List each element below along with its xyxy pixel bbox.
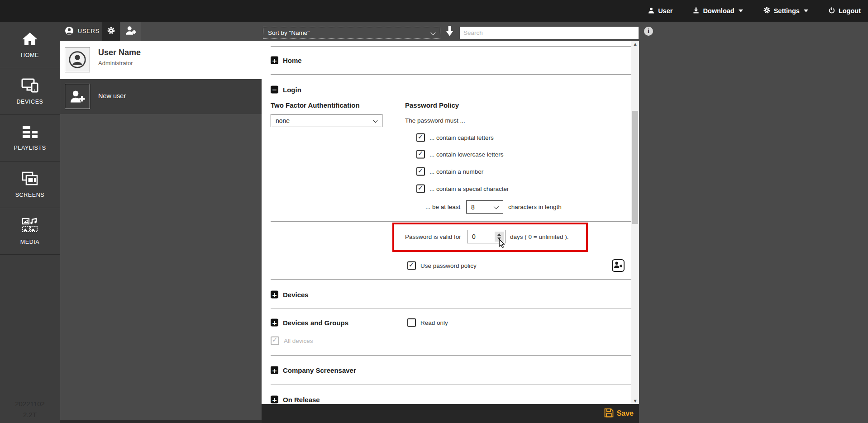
spin-up-icon: [497, 233, 501, 236]
power-icon: [828, 7, 835, 15]
sidebar-item-home[interactable]: HOME: [0, 22, 60, 68]
password-policy-intro: The password must ...: [405, 117, 465, 124]
length-suffix: characters in length: [508, 204, 562, 210]
new-user-list-item[interactable]: New user: [60, 79, 262, 114]
remove-user-button[interactable]: [612, 259, 625, 272]
panel-bottom-edge: [60, 420, 262, 423]
valid-days-suffix: days ( 0 = unlimited ).: [510, 233, 568, 240]
download-icon: [692, 7, 700, 15]
background-area: [639, 41, 868, 423]
divider: [271, 250, 636, 250]
sidebar-item-screens[interactable]: SCREENS: [0, 162, 60, 208]
info-icon[interactable]: i: [644, 27, 653, 36]
sidebar-item-devices[interactable]: DEVICES: [0, 68, 60, 115]
topbar-logout-button[interactable]: Logout: [828, 7, 861, 15]
users-toolbar: USERS Sort by "Name" i: [60, 22, 868, 41]
gear-icon: [763, 6, 771, 15]
user-plus-icon: [125, 26, 136, 37]
capital-letters-label: ... contain capital letters: [429, 134, 494, 141]
topbar-user-label: User: [658, 7, 672, 14]
section-login[interactable]: Login: [271, 86, 301, 94]
expand-icon: [271, 366, 278, 374]
divider: [271, 385, 636, 385]
scrollbar-thumb[interactable]: [632, 111, 638, 224]
arrow-down-icon: [446, 30, 453, 38]
topbar-download-button[interactable]: Download: [692, 7, 743, 15]
valid-days-input[interactable]: 0: [467, 230, 506, 243]
scroll-up-icon[interactable]: ▲: [631, 41, 639, 47]
new-user-label: New user: [98, 92, 126, 100]
user-x-icon: [614, 261, 623, 270]
tfa-select[interactable]: none: [271, 114, 382, 127]
chevron-down-icon: [804, 10, 808, 12]
lowercase-letters-checkbox[interactable]: [416, 150, 425, 159]
divider: [271, 355, 636, 356]
policy-lowercase-row: ... contain lowercase letters: [416, 150, 504, 159]
save-floppy-icon: [604, 408, 614, 419]
tfa-label: Two Factor Authentification: [271, 101, 360, 109]
action-bar: Save: [262, 404, 639, 423]
topbar-logout-label: Logout: [839, 7, 861, 14]
playlists-icon: [22, 125, 38, 141]
chevron-down-icon: [373, 117, 378, 122]
user-list-panel: User Name Administrator New user: [60, 41, 262, 423]
scroll-down-icon[interactable]: ▼: [631, 398, 639, 404]
section-devices-label: Devices: [283, 291, 309, 299]
user-list-item-selected[interactable]: User Name Administrator: [60, 41, 262, 79]
search-input[interactable]: [460, 27, 639, 39]
sort-select[interactable]: Sort by "Name": [263, 27, 440, 39]
avatar: [65, 47, 90, 72]
number-checkbox[interactable]: [416, 167, 425, 176]
save-button[interactable]: Save: [604, 408, 634, 419]
use-password-policy-checkbox[interactable]: [407, 261, 416, 270]
user-circle-icon: [65, 26, 74, 37]
section-screensaver[interactable]: Company Screensaver: [271, 366, 356, 374]
section-home[interactable]: Home: [271, 57, 302, 64]
section-home-label: Home: [283, 57, 302, 64]
tab-users[interactable]: USERS: [60, 22, 102, 41]
download-users-button[interactable]: [446, 26, 453, 38]
length-select[interactable]: 8: [466, 200, 503, 214]
sidebar-item-label: SCREENS: [15, 192, 45, 198]
section-release-label: On Release: [283, 396, 320, 404]
divider: [271, 309, 636, 309]
content-scrollbar[interactable]: ▲ ▼: [631, 41, 639, 404]
special-character-checkbox[interactable]: [416, 185, 425, 193]
version-number: 2.2T: [0, 409, 60, 420]
section-devices-groups-label: Devices and Groups: [283, 319, 348, 327]
version-date: 20221102: [0, 399, 60, 409]
topbar-settings-button[interactable]: Settings: [763, 6, 808, 15]
user-settings-button[interactable]: [102, 22, 120, 41]
sidebar-item-playlists[interactable]: PLAYLISTS: [0, 115, 60, 162]
user-settings-form: Home Login Two Factor Authentification n…: [262, 41, 631, 404]
chevron-down-icon: [494, 204, 499, 209]
section-devices[interactable]: Devices: [271, 291, 309, 299]
all-devices-checkbox: [271, 337, 279, 345]
spin-down-icon: [497, 238, 501, 240]
all-devices-label: All devices: [284, 337, 313, 344]
spinner-buttons[interactable]: [495, 232, 504, 242]
sidebar-item-media[interactable]: MEDIA: [0, 208, 60, 255]
password-policy-title: Password Policy: [405, 101, 459, 109]
add-user-button[interactable]: [120, 22, 141, 41]
number-label: ... contain a number: [429, 168, 483, 175]
media-icon: [21, 218, 38, 235]
sidebar-item-label: MEDIA: [20, 239, 40, 245]
capital-letters-checkbox[interactable]: [416, 133, 425, 142]
topbar-user-button[interactable]: User: [648, 7, 672, 15]
valid-days-value: 0: [472, 233, 476, 240]
sort-select-value: Sort by "Name": [268, 29, 310, 36]
section-devices-groups[interactable]: Devices and Groups: [271, 319, 348, 327]
divider: [271, 46, 636, 47]
length-select-value: 8: [471, 204, 475, 211]
sidebar-item-label: HOME: [21, 52, 39, 58]
divider: [271, 74, 636, 75]
sidebar-item-label: DEVICES: [16, 99, 43, 105]
gear-icon: [107, 26, 115, 37]
lowercase-letters-label: ... contain lowercase letters: [429, 151, 504, 158]
section-release[interactable]: On Release: [271, 396, 320, 404]
all-devices-row: All devices: [271, 337, 313, 345]
topbar: User Download Settings Logout: [0, 0, 868, 22]
read-only-checkbox[interactable]: [407, 318, 416, 327]
policy-number-row: ... contain a number: [416, 167, 483, 176]
